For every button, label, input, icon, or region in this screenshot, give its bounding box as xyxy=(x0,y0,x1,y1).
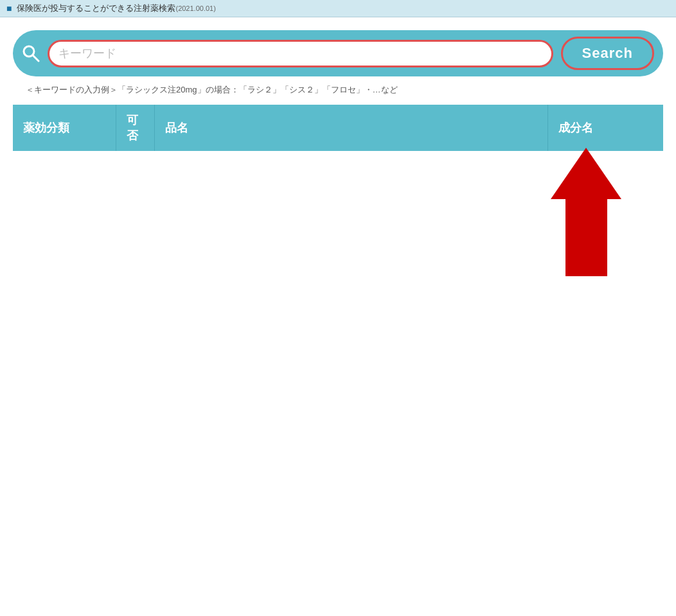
svg-line-1 xyxy=(33,55,39,61)
title-bar: ■ 保険医が投与することができる注射薬検索(2021.00.01) xyxy=(0,0,676,17)
search-bar: Search xyxy=(13,30,663,76)
col-header-ingredient: 成分名 xyxy=(547,105,663,151)
search-button[interactable]: Search xyxy=(561,37,654,70)
results-table: 薬効分類 可否 品名 成分名 xyxy=(13,105,663,151)
col-header-approval: 可否 xyxy=(116,105,154,151)
col-header-category: 薬効分類 xyxy=(13,105,116,151)
arrow-stem xyxy=(565,199,607,276)
page-title: 保険医が投与することができる注射薬検索(2021.00.01) xyxy=(17,3,215,14)
keyword-example: ＜キーワードの入力例＞「ラシックス注20mg」の場合：「ラシ２」「シス２」「フロ… xyxy=(26,82,663,98)
search-input-wrapper xyxy=(48,40,553,67)
arrow-annotation xyxy=(551,148,621,276)
results-table-container: 薬効分類 可否 品名 成分名 xyxy=(13,105,663,151)
keyword-input[interactable] xyxy=(48,40,553,67)
search-icon xyxy=(22,44,40,62)
arrow-up-triangle xyxy=(551,148,621,199)
search-section: Search ＜キーワードの入力例＞「ラシックス注20mg」の場合：「ラシ２」「… xyxy=(0,17,676,151)
table-header-row: 薬効分類 可否 品名 成分名 xyxy=(13,105,663,151)
window-icon: ■ xyxy=(6,3,12,13)
col-header-name: 品名 xyxy=(154,105,547,151)
